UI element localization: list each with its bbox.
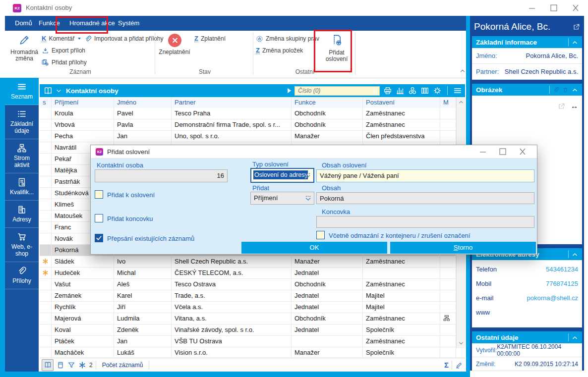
table-cell[interactable]: Ivo — [114, 256, 172, 267]
table-cell[interactable]: Pavla — [114, 119, 172, 130]
status-cell[interactable] — [40, 245, 52, 256]
status-cell[interactable] — [40, 302, 52, 313]
sidebar-item-building[interactable]: Adresy — [5, 201, 39, 228]
table-row[interactable]: MajerováLudmilaVitana, a.s.ObchodníkZamě… — [40, 313, 456, 324]
status-cell[interactable] — [40, 119, 52, 130]
table-row[interactable]: VrbováPavlaDemonstrační firma Trade, spo… — [40, 119, 456, 131]
salutation-type-combo[interactable]: Oslovení do adresy — [250, 168, 314, 183]
maximize-icon[interactable] — [496, 147, 509, 156]
status-cell[interactable] — [40, 279, 52, 290]
table-cell[interactable]: Společník — [363, 324, 440, 335]
col-m[interactable]: M — [440, 97, 456, 108]
table-row[interactable]: MacháčekLukášVision s.r.o.ManažerSpolečn… — [40, 347, 456, 359]
m-cell[interactable] — [440, 313, 456, 324]
container-star-icon[interactable] — [78, 361, 86, 369]
table-cell[interactable]: Majitel — [363, 302, 440, 313]
status-cell[interactable] — [40, 131, 52, 142]
col-role[interactable]: Funkce — [292, 97, 363, 108]
table-cell[interactable]: Jan — [114, 131, 172, 142]
table-cell[interactable]: Uno, spol. s r.o. — [172, 131, 292, 142]
table-row[interactable]: HudečekMichalČESKÝ TELECOM, a.s.Jednatel — [40, 268, 456, 279]
status-cell[interactable] — [40, 347, 52, 358]
status-cell[interactable] — [40, 165, 52, 176]
status-cell[interactable] — [40, 336, 52, 347]
m-cell[interactable] — [440, 336, 456, 347]
scroll-up-icon[interactable] — [458, 99, 464, 105]
add-attachments-button[interactable]: Přidat přílohy — [42, 57, 87, 67]
collapse-icon[interactable] — [572, 251, 578, 258]
table-row[interactable]: RychlíkJiříVčela a.s.JednatelMajitel — [40, 302, 456, 313]
m-cell[interactable] — [440, 347, 456, 358]
add-suffix-checkbox[interactable] — [95, 214, 103, 222]
table-cell[interactable]: Zaměstnanec — [363, 108, 440, 119]
table-cell[interactable]: Jednatel — [292, 324, 363, 335]
table-cell[interactable]: Pecha — [52, 131, 114, 142]
table-cell[interactable]: Zaměstnanec — [363, 119, 440, 130]
table-cell[interactable]: Společník — [363, 347, 440, 358]
table-cell[interactable] — [363, 268, 440, 278]
change-items-button[interactable]: Z Změna položek — [256, 46, 303, 55]
table-cell[interactable]: Majitel — [363, 290, 440, 301]
status-cell[interactable] — [40, 290, 52, 301]
columns-icon[interactable] — [420, 86, 429, 95]
table-cell[interactable]: Zaměstnanec — [363, 313, 440, 324]
m-cell[interactable] — [440, 279, 456, 290]
table-cell[interactable]: Zaměstnanec — [363, 279, 440, 290]
add-combo[interactable]: Příjmení — [250, 192, 314, 205]
table-row[interactable]: ZemánekKarelTrade, a.s.JednatelMajitel — [40, 290, 456, 302]
table-cell[interactable]: Manažer — [292, 131, 363, 142]
remove-from-container-checkbox[interactable] — [316, 231, 325, 239]
m-cell[interactable] — [440, 290, 456, 301]
table-cell[interactable]: Tesco Ostrava — [172, 279, 292, 290]
sidebar-item-list[interactable]: Základní údaje — [5, 105, 39, 139]
status-cell[interactable] — [40, 256, 52, 267]
chart-icon[interactable] — [396, 86, 405, 95]
status-cell[interactable] — [40, 211, 52, 221]
col-position[interactable]: Postavení — [363, 97, 440, 108]
card-view-icon[interactable] — [57, 361, 64, 369]
ribbon-tab-1[interactable]: Domů — [13, 16, 34, 31]
table-cell[interactable]: Majerová — [52, 313, 114, 324]
table-cell[interactable]: Ptáček — [52, 336, 114, 347]
table-cell[interactable]: Jednatel — [292, 268, 363, 278]
table-cell[interactable]: Manažer — [292, 256, 363, 267]
m-cell[interactable] — [440, 119, 456, 130]
m-cell[interactable] — [440, 131, 456, 142]
validate-button[interactable]: Z Zplatnění — [194, 34, 226, 44]
status-cell[interactable] — [40, 313, 52, 324]
table-cell[interactable]: Michal — [114, 268, 172, 278]
status-cell[interactable] — [40, 176, 52, 187]
status-cell[interactable] — [40, 222, 52, 233]
sidebar-item-doccert[interactable]: Kvalifik... — [5, 173, 39, 201]
table-cell[interactable]: Obchodník — [292, 279, 363, 290]
close-icon[interactable] — [516, 147, 529, 156]
sum-icon[interactable]: Σ — [444, 361, 449, 369]
table-cell[interactable]: Ludmila — [114, 313, 172, 324]
sidebar-item-paperclip[interactable]: Přílohy — [5, 262, 39, 289]
table-cell[interactable]: Koval — [52, 324, 114, 335]
comment-button[interactable]: K Komentář — [42, 34, 81, 44]
book-icon[interactable] — [44, 86, 53, 95]
status-cell[interactable] — [40, 154, 52, 164]
table-cell[interactable]: Obchodník — [292, 108, 363, 119]
invalidate-button[interactable]: Zneplatnění — [159, 32, 190, 68]
section-header[interactable]: Ostatní údaje — [472, 331, 582, 343]
open-external-icon[interactable] — [573, 23, 580, 31]
table-cell[interactable]: Vašut — [52, 279, 114, 290]
export-attachments-button[interactable]: Export příloh — [42, 46, 85, 55]
change-rights-group-button[interactable]: Změna skupiny práv — [256, 34, 319, 44]
table-cell[interactable]: Zemánek — [52, 290, 114, 301]
sidebar-item-hamburger[interactable]: Seznam — [5, 78, 39, 105]
import-add-attachments-button[interactable]: Importovat a přidat přílohy — [84, 34, 163, 44]
table-cell[interactable]: Jednatel — [292, 302, 363, 313]
status-cell[interactable] — [40, 233, 52, 244]
paperclip-icon[interactable] — [553, 87, 559, 93]
search-input[interactable] — [298, 87, 370, 95]
search-box[interactable] — [294, 86, 380, 96]
trash-icon[interactable] — [562, 87, 569, 93]
table-cell[interactable]: Hudeček — [52, 268, 114, 278]
combo-dropdown-icon[interactable] — [304, 172, 311, 179]
status-cell[interactable] — [40, 324, 52, 335]
table-cell[interactable]: Pavel — [114, 108, 172, 119]
table-cell[interactable]: Člen představenstva — [363, 131, 440, 142]
